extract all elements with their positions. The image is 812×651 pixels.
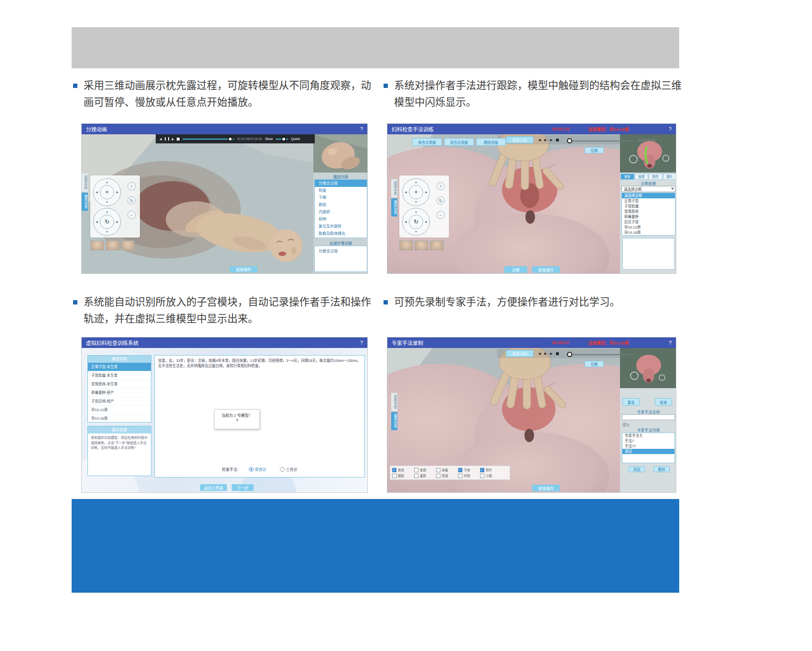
measure-button[interactable]: 双合诊测量 [444, 138, 474, 146]
playlist-item[interactable]: 复位及外旋转 [315, 223, 367, 230]
expert-list-item[interactable]: 手法7 [622, 438, 674, 444]
zoom-in-button[interactable]: + [128, 182, 136, 190]
pan-dpad[interactable]: ▲▼ ◀▶ + [402, 178, 430, 206]
diagnosis-option[interactable]: 卵巢囊肿 [622, 214, 675, 219]
structure-checkbox[interactable]: 直肠 [414, 473, 436, 478]
previous-icon[interactable]: ◀ [538, 138, 541, 141]
end-operation-button[interactable]: 结束操作 [532, 485, 560, 491]
structure-checkbox[interactable]: 膀胱 [392, 473, 414, 478]
arrow-down-icon[interactable]: ▼ [106, 230, 108, 233]
stop-icon[interactable] [556, 139, 559, 141]
help-icon[interactable]: ? [669, 340, 672, 346]
expert-list-item[interactable]: 手法77 [622, 444, 674, 449]
arrow-up-icon[interactable]: ▲ [106, 181, 108, 184]
view-thumbnail[interactable] [313, 134, 368, 173]
reset-view-button[interactable]: ↻ [128, 196, 136, 205]
pan-dpad[interactable]: ▲▼ ◀▶ + [93, 178, 121, 206]
end-operation-button[interactable]: 结束操作 [532, 266, 560, 273]
playlist-item[interactable]: 分娩全过程 [315, 180, 367, 187]
rotate-dpad[interactable]: ▲▼ ◀▶ ↻ [93, 208, 121, 236]
result-tab[interactable]: 图片 [663, 174, 677, 180]
uterus-thumbnail[interactable] [620, 346, 676, 388]
structure-checkbox[interactable]: 附件 [480, 467, 502, 473]
side-tab[interactable]: 视图导航 [391, 393, 397, 411]
model-list-item[interactable]: 宫颈息肉-未生育 [88, 380, 151, 389]
back-to-main-button[interactable]: 返回主界面 [200, 484, 227, 491]
previous-icon[interactable]: ◀ [160, 138, 162, 141]
diagnosis-option[interactable]: 请选择诊断 [622, 193, 675, 198]
play-icon[interactable]: ▶ [544, 352, 546, 355]
progress-knob[interactable] [228, 137, 233, 141]
rerecord-button[interactable]: 重录 [622, 398, 640, 406]
structure-checkbox[interactable]: 宫体 [392, 467, 414, 473]
result-tab[interactable]: 宫颈 [635, 174, 649, 180]
arrow-right-icon[interactable]: ▶ [116, 191, 118, 194]
pause-icon[interactable] [165, 137, 169, 141]
play-animation-button[interactable]: 播放动画 [506, 350, 534, 357]
side-tab[interactable]: 播放列表 [391, 198, 397, 217]
diagnosis-option[interactable]: 子宫肌瘤 [622, 204, 675, 209]
play-animation-button[interactable]: 播放动画 [506, 136, 534, 143]
expert-list-item[interactable]: 专家手法七 [622, 433, 674, 438]
speed-knob[interactable] [281, 137, 286, 141]
diagnosis-option[interactable]: 孕14-16周 [622, 230, 675, 235]
model-list-item[interactable]: 孕10-12周 [88, 406, 151, 414]
model-thumb[interactable] [106, 240, 119, 250]
zoom-in-button[interactable]: + [437, 182, 445, 190]
diagnosis-option[interactable]: 后位子宫 [622, 219, 675, 225]
timeline-slider[interactable] [567, 354, 635, 355]
stop-icon[interactable] [556, 352, 559, 355]
next-icon[interactable]: ▶ [550, 138, 553, 141]
model-list-item[interactable]: 卵巢囊肿-经产 [88, 389, 151, 397]
timeline-knob[interactable] [567, 352, 572, 357]
structure-checkbox[interactable]: 外阴 [458, 473, 480, 478]
model-thumb[interactable] [415, 240, 428, 250]
playlist-item[interactable]: 胎肩及胎体娩出 [315, 230, 367, 237]
playlist-item[interactable]: 内旋转 [315, 208, 367, 216]
structure-checkbox[interactable]: 宫颈 [414, 467, 436, 473]
speed-slider[interactable] [276, 139, 288, 140]
play-icon[interactable]: ▶ [544, 138, 546, 141]
arrow-up-icon[interactable]: ▲ [415, 181, 417, 184]
help-icon[interactable]: ? [669, 126, 672, 132]
add-button[interactable]: 添加 [629, 466, 645, 472]
reset-view-button[interactable]: ↻ [437, 196, 445, 205]
diagnose-button[interactable]: 诊断 [504, 266, 527, 273]
delete-button[interactable]: 删除 [653, 466, 670, 472]
structure-checkbox[interactable]: 卵巢 [436, 467, 458, 473]
side-tab[interactable]: 播放列表 [391, 412, 397, 430]
playlist-item[interactable]: 衔接 [315, 187, 367, 194]
end-operation-button[interactable]: 结束操作 [230, 266, 257, 272]
model-list-item[interactable]: 子宫肌瘤-未生育 [88, 371, 151, 380]
model-thumb[interactable] [399, 240, 413, 250]
playlist-item[interactable]: 仰伸 [315, 216, 367, 223]
expert-name-input[interactable] [622, 414, 675, 420]
arrow-right-icon[interactable]: ▶ [425, 220, 427, 223]
next-step-button[interactable]: 下一步 [232, 484, 254, 491]
arrow-down-icon[interactable]: ▼ [415, 230, 417, 233]
structure-checkbox[interactable]: 子宫 [458, 467, 480, 473]
structure-checkbox[interactable]: 阴道 [436, 473, 458, 478]
help-icon[interactable]: ? [360, 126, 363, 132]
model-list-item[interactable]: 孕14-16周 [88, 414, 151, 423]
playlist-item[interactable]: 下降 [315, 194, 367, 201]
measure-button[interactable]: 删除测量 [476, 138, 506, 146]
side-tab[interactable]: 播放列表 [82, 193, 88, 211]
next-icon[interactable]: ▶ [172, 138, 174, 141]
progress-slider[interactable] [182, 139, 234, 140]
diagnosis-option[interactable]: 孕10-12周 [622, 225, 675, 230]
arrow-right-icon[interactable]: ▶ [425, 191, 427, 194]
timeline-knob[interactable] [567, 138, 572, 143]
model-list-item[interactable]: 子宫后倾-经产 [88, 397, 151, 406]
arrow-up-icon[interactable]: ▲ [415, 210, 417, 213]
measure-button[interactable]: 单合诊测量 [412, 138, 442, 146]
arrow-left-icon[interactable]: ◀ [405, 191, 407, 194]
zoom-out-button[interactable]: − [437, 211, 445, 219]
arrow-up-icon[interactable]: ▲ [106, 210, 108, 213]
finish-button[interactable]: 结束 [655, 398, 672, 406]
model-thumb[interactable] [121, 240, 135, 250]
next-icon[interactable]: ▶ [550, 352, 553, 355]
help-icon[interactable]: ? [360, 340, 363, 346]
arrow-left-icon[interactable]: ◀ [405, 220, 407, 223]
diagnosis-option[interactable]: 宫颈息肉 [622, 209, 675, 214]
